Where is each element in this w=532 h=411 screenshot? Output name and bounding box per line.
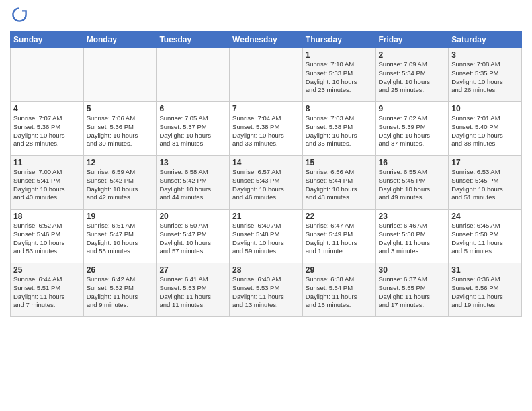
day-info: Sunrise: 7:05 AM Sunset: 5:37 PM Dayligh… xyxy=(159,114,226,148)
day-number: 18 xyxy=(13,212,81,221)
calendar-cell: 31Sunrise: 6:36 AM Sunset: 5:56 PM Dayli… xyxy=(449,263,522,317)
day-info: Sunrise: 6:41 AM Sunset: 5:53 PM Dayligh… xyxy=(159,275,226,310)
calendar-cell: 27Sunrise: 6:41 AM Sunset: 5:53 PM Dayli… xyxy=(157,263,230,317)
calendar-cell: 17Sunrise: 6:53 AM Sunset: 5:45 PM Dayli… xyxy=(449,156,522,210)
calendar-week-row: 18Sunrise: 6:52 AM Sunset: 5:46 PM Dayli… xyxy=(11,210,522,263)
calendar-cell: 19Sunrise: 6:51 AM Sunset: 5:47 PM Dayli… xyxy=(83,210,157,263)
logo-icon xyxy=(11,7,28,23)
calendar-cell: 15Sunrise: 6:56 AM Sunset: 5:44 PM Dayli… xyxy=(302,156,375,210)
day-info: Sunrise: 6:45 AM Sunset: 5:50 PM Dayligh… xyxy=(451,222,519,256)
day-number: 26 xyxy=(87,265,154,275)
weekday-header: Wednesday xyxy=(230,32,303,48)
calendar-cell: 24Sunrise: 6:45 AM Sunset: 5:50 PM Dayli… xyxy=(449,210,522,263)
day-number: 22 xyxy=(306,212,373,221)
day-info: Sunrise: 6:52 AM Sunset: 5:46 PM Dayligh… xyxy=(13,222,81,256)
day-info: Sunrise: 7:07 AM Sunset: 5:36 PM Dayligh… xyxy=(13,114,81,148)
calendar-cell: 16Sunrise: 6:55 AM Sunset: 5:45 PM Dayli… xyxy=(375,156,449,210)
calendar-cell xyxy=(157,48,230,102)
day-number: 6 xyxy=(159,104,226,113)
day-info: Sunrise: 6:51 AM Sunset: 5:47 PM Dayligh… xyxy=(87,222,154,256)
calendar-cell: 2Sunrise: 7:09 AM Sunset: 5:34 PM Daylig… xyxy=(375,48,449,102)
calendar-cell xyxy=(230,48,303,102)
day-number: 23 xyxy=(379,212,446,221)
day-number: 27 xyxy=(159,265,226,275)
day-number: 4 xyxy=(13,104,81,113)
page-header xyxy=(10,7,522,26)
weekday-header: Friday xyxy=(375,32,449,48)
day-info: Sunrise: 6:56 AM Sunset: 5:44 PM Dayligh… xyxy=(306,168,373,202)
weekday-header: Monday xyxy=(83,32,157,48)
day-info: Sunrise: 6:38 AM Sunset: 5:54 PM Dayligh… xyxy=(306,275,373,310)
day-info: Sunrise: 6:49 AM Sunset: 5:48 PM Dayligh… xyxy=(232,222,300,256)
calendar-cell: 4Sunrise: 7:07 AM Sunset: 5:36 PM Daylig… xyxy=(11,102,84,156)
day-info: Sunrise: 6:40 AM Sunset: 5:53 PM Dayligh… xyxy=(232,275,300,310)
calendar-cell: 6Sunrise: 7:05 AM Sunset: 5:37 PM Daylig… xyxy=(157,102,230,156)
calendar-cell: 30Sunrise: 6:37 AM Sunset: 5:55 PM Dayli… xyxy=(375,263,449,317)
calendar-cell xyxy=(83,48,157,102)
day-info: Sunrise: 6:36 AM Sunset: 5:56 PM Dayligh… xyxy=(451,275,519,310)
day-info: Sunrise: 6:50 AM Sunset: 5:47 PM Dayligh… xyxy=(159,222,226,256)
weekday-header: Sunday xyxy=(11,32,84,48)
day-info: Sunrise: 7:03 AM Sunset: 5:38 PM Dayligh… xyxy=(306,114,373,148)
logo xyxy=(10,7,28,26)
day-info: Sunrise: 6:44 AM Sunset: 5:51 PM Dayligh… xyxy=(13,275,81,310)
calendar-cell: 23Sunrise: 6:46 AM Sunset: 5:50 PM Dayli… xyxy=(375,210,449,263)
day-number: 12 xyxy=(87,158,154,167)
day-number: 20 xyxy=(159,212,226,221)
day-info: Sunrise: 6:55 AM Sunset: 5:45 PM Dayligh… xyxy=(379,168,446,202)
calendar-cell: 11Sunrise: 7:00 AM Sunset: 5:41 PM Dayli… xyxy=(11,156,84,210)
calendar-cell: 25Sunrise: 6:44 AM Sunset: 5:51 PM Dayli… xyxy=(11,263,84,317)
day-number: 9 xyxy=(379,104,446,113)
calendar-week-row: 1Sunrise: 7:10 AM Sunset: 5:33 PM Daylig… xyxy=(11,48,522,102)
calendar-cell: 13Sunrise: 6:58 AM Sunset: 5:42 PM Dayli… xyxy=(157,156,230,210)
calendar-table: SundayMondayTuesdayWednesdayThursdayFrid… xyxy=(10,31,522,317)
calendar-cell xyxy=(11,48,84,102)
day-number: 17 xyxy=(451,158,519,167)
calendar-cell: 20Sunrise: 6:50 AM Sunset: 5:47 PM Dayli… xyxy=(157,210,230,263)
calendar-cell: 3Sunrise: 7:08 AM Sunset: 5:35 PM Daylig… xyxy=(449,48,522,102)
day-info: Sunrise: 7:10 AM Sunset: 5:33 PM Dayligh… xyxy=(306,60,373,95)
day-number: 25 xyxy=(13,265,81,275)
day-info: Sunrise: 6:42 AM Sunset: 5:52 PM Dayligh… xyxy=(87,275,154,310)
calendar-cell: 22Sunrise: 6:47 AM Sunset: 5:49 PM Dayli… xyxy=(302,210,375,263)
day-number: 30 xyxy=(379,265,446,275)
calendar-header-row: SundayMondayTuesdayWednesdayThursdayFrid… xyxy=(11,32,522,48)
calendar-cell: 7Sunrise: 7:04 AM Sunset: 5:38 PM Daylig… xyxy=(230,102,303,156)
calendar-cell: 8Sunrise: 7:03 AM Sunset: 5:38 PM Daylig… xyxy=(302,102,375,156)
day-info: Sunrise: 6:59 AM Sunset: 5:42 PM Dayligh… xyxy=(87,168,154,202)
day-number: 8 xyxy=(306,104,373,113)
calendar-cell: 29Sunrise: 6:38 AM Sunset: 5:54 PM Dayli… xyxy=(302,263,375,317)
day-number: 21 xyxy=(232,212,300,221)
day-info: Sunrise: 7:01 AM Sunset: 5:40 PM Dayligh… xyxy=(451,114,519,148)
weekday-header: Thursday xyxy=(302,32,375,48)
weekday-header: Tuesday xyxy=(157,32,230,48)
calendar-week-row: 4Sunrise: 7:07 AM Sunset: 5:36 PM Daylig… xyxy=(11,102,522,156)
calendar-cell: 1Sunrise: 7:10 AM Sunset: 5:33 PM Daylig… xyxy=(302,48,375,102)
day-info: Sunrise: 6:53 AM Sunset: 5:45 PM Dayligh… xyxy=(451,168,519,202)
day-number: 15 xyxy=(306,158,373,167)
day-number: 16 xyxy=(379,158,446,167)
day-info: Sunrise: 6:47 AM Sunset: 5:49 PM Dayligh… xyxy=(306,222,373,256)
day-number: 31 xyxy=(451,265,519,275)
calendar-cell: 28Sunrise: 6:40 AM Sunset: 5:53 PM Dayli… xyxy=(230,263,303,317)
day-number: 19 xyxy=(87,212,154,221)
weekday-header: Saturday xyxy=(449,32,522,48)
day-info: Sunrise: 7:02 AM Sunset: 5:39 PM Dayligh… xyxy=(379,114,446,148)
day-info: Sunrise: 6:57 AM Sunset: 5:43 PM Dayligh… xyxy=(232,168,300,202)
day-number: 5 xyxy=(87,104,154,113)
day-info: Sunrise: 7:08 AM Sunset: 5:35 PM Dayligh… xyxy=(451,60,519,95)
day-number: 24 xyxy=(451,212,519,221)
day-info: Sunrise: 6:37 AM Sunset: 5:55 PM Dayligh… xyxy=(379,275,446,310)
calendar-cell: 26Sunrise: 6:42 AM Sunset: 5:52 PM Dayli… xyxy=(83,263,157,317)
day-info: Sunrise: 7:04 AM Sunset: 5:38 PM Dayligh… xyxy=(232,114,300,148)
calendar-week-row: 25Sunrise: 6:44 AM Sunset: 5:51 PM Dayli… xyxy=(11,263,522,317)
calendar-cell: 14Sunrise: 6:57 AM Sunset: 5:43 PM Dayli… xyxy=(230,156,303,210)
day-number: 3 xyxy=(451,50,519,60)
calendar-cell: 5Sunrise: 7:06 AM Sunset: 5:36 PM Daylig… xyxy=(83,102,157,156)
calendar-cell: 18Sunrise: 6:52 AM Sunset: 5:46 PM Dayli… xyxy=(11,210,84,263)
calendar-cell: 12Sunrise: 6:59 AM Sunset: 5:42 PM Dayli… xyxy=(83,156,157,210)
day-number: 14 xyxy=(232,158,300,167)
day-number: 2 xyxy=(379,50,446,60)
day-info: Sunrise: 6:58 AM Sunset: 5:42 PM Dayligh… xyxy=(159,168,226,202)
calendar-week-row: 11Sunrise: 7:00 AM Sunset: 5:41 PM Dayli… xyxy=(11,156,522,210)
